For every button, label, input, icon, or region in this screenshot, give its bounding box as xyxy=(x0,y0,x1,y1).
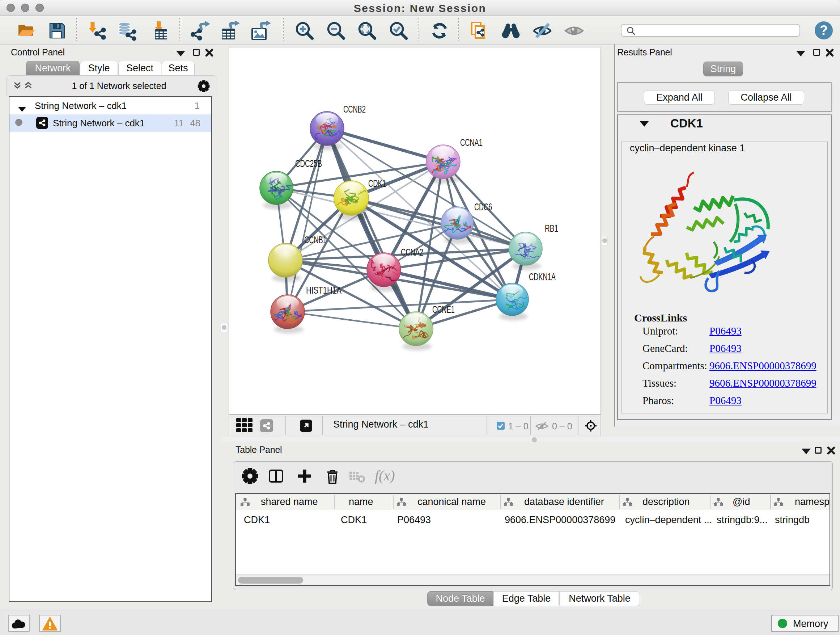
svg-text:CCNA1: CCNA1 xyxy=(460,137,483,148)
svg-text:CCNA2: CCNA2 xyxy=(401,247,423,258)
svg-text:CCNB2: CCNB2 xyxy=(343,103,366,115)
svg-text:CCNE1: CCNE1 xyxy=(432,304,455,315)
svg-text:CDK1: CDK1 xyxy=(368,178,386,189)
svg-text:RB1: RB1 xyxy=(545,223,558,234)
svg-text:CDC6: CDC6 xyxy=(474,201,492,212)
svg-text:CCNB1: CCNB1 xyxy=(304,234,327,245)
svg-text:HIST1H1A: HIST1H1A xyxy=(306,285,341,296)
svg-text:CDC25B: CDC25B xyxy=(295,158,322,169)
svg-text:CDKN1A: CDKN1A xyxy=(529,271,556,282)
